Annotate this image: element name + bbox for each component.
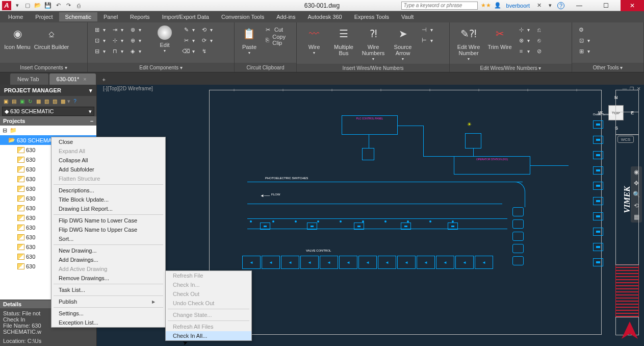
pm-tool7-icon[interactable]: ▨: [51, 97, 58, 105]
pm-new-icon[interactable]: ▣: [2, 97, 9, 105]
copy-clip-button[interactable]: ⎘Copy Clip: [262, 35, 293, 45]
exchange-icon[interactable]: ✕: [535, 2, 543, 10]
grid-tool-3[interactable]: ⊟▾: [91, 46, 108, 56]
qat-dropdown-icon[interactable]: ▾: [13, 2, 21, 10]
pm-tool8-icon[interactable]: ▩: [59, 97, 66, 105]
pm-open-icon[interactable]: ▤: [10, 97, 17, 105]
other-2[interactable]: ⊡▾: [575, 35, 592, 45]
tab-import-export[interactable]: Import/Export Data: [156, 12, 215, 21]
wire-numbers-button[interactable]: ⁈Wire Numbers▼: [359, 24, 388, 62]
other-1[interactable]: ⚙: [575, 24, 592, 35]
tab-close-icon[interactable]: ×: [83, 76, 86, 82]
tab-vault[interactable]: Vault: [395, 12, 420, 21]
ew-small-5[interactable]: ⎋: [533, 35, 545, 45]
misc-tool-1[interactable]: ⊗▾: [126, 24, 143, 35]
align-tool-3[interactable]: ⊓▾: [109, 46, 125, 56]
context-menu-item[interactable]: Publish▶: [51, 297, 165, 306]
open-icon[interactable]: 📂: [34, 2, 42, 10]
other-3[interactable]: ⊞▾: [575, 46, 592, 56]
app-logo[interactable]: A: [2, 1, 11, 10]
user-name[interactable]: bverboort: [504, 3, 532, 9]
panel-label-edit-wires[interactable]: Edit Wires/Wire Numbers ▾: [450, 64, 572, 72]
tab-home[interactable]: Home: [2, 12, 29, 21]
trim-wire-button[interactable]: ✂Trim Wire: [485, 24, 514, 51]
context-menu-item[interactable]: Flip DWG Name to Upper Case: [51, 225, 165, 234]
wire-button[interactable]: 〰Wire▼: [300, 24, 328, 56]
tab-panel[interactable]: Panel: [97, 12, 124, 21]
misc-tool-3[interactable]: ◈▾: [126, 46, 143, 56]
context-menu-item[interactable]: New Drawing...: [51, 246, 165, 255]
context-menu-item[interactable]: Close: [51, 137, 165, 146]
align-tool-1[interactable]: ⇥▾: [109, 24, 125, 35]
context-menu-item[interactable]: Collapse All: [51, 156, 165, 165]
context-menu-item[interactable]: Sort...: [51, 234, 165, 243]
ew-small-2[interactable]: ⊗▾: [515, 35, 532, 45]
undo-icon[interactable]: ↶: [54, 2, 62, 10]
context-menu-item[interactable]: Drawing List Report...: [51, 204, 165, 213]
doc-tab-new[interactable]: New Tab: [10, 73, 48, 85]
new-tab-button[interactable]: +: [99, 75, 109, 85]
context-menu-item[interactable]: Task List...: [51, 285, 165, 294]
ew-small-6[interactable]: ⊘: [533, 46, 545, 56]
misc-tool-2[interactable]: ⊕▾: [126, 35, 143, 45]
pm-save-icon[interactable]: ▣: [18, 97, 25, 105]
grid-tool-1[interactable]: ⊞▾: [91, 24, 108, 35]
context-menu-item[interactable]: Add Drawings...: [51, 255, 165, 264]
close-button[interactable]: ✕: [621, 0, 644, 11]
context-menu-item[interactable]: Exception List...: [51, 318, 165, 327]
viewport-info[interactable]: [-][Top][2D Wireframe]: [103, 86, 153, 91]
keyword-search-input[interactable]: [401, 2, 478, 10]
edit-small-4[interactable]: ⟲▾: [198, 24, 215, 35]
edit-small-6[interactable]: ↯: [198, 46, 215, 56]
align-tool-2[interactable]: ⊹▾: [109, 35, 125, 45]
help-icon[interactable]: ?: [557, 2, 564, 9]
edit-button[interactable]: Edit▼: [150, 24, 179, 54]
pm-dropdown-icon[interactable]: ▾: [89, 87, 92, 94]
pm-projects-header[interactable]: Projects–: [0, 116, 96, 126]
context-menu-item[interactable]: Title Block Update...: [51, 195, 165, 204]
context-menu-item[interactable]: Flip DWG Name to Lower Case: [51, 216, 165, 225]
context-menu-item[interactable]: Settings...: [51, 309, 165, 318]
tab-autodesk360[interactable]: Autodesk 360: [301, 12, 348, 21]
submenu-item[interactable]: Check In All...: [166, 331, 251, 340]
pm-project-combo[interactable]: ◆ 630 SCHEMATIC▾: [2, 107, 94, 116]
ew-small-3[interactable]: ≡▾: [515, 46, 532, 56]
paste-button[interactable]: 📋Paste▼: [238, 24, 261, 56]
panel-label-insert-components[interactable]: Insert Components ▾: [0, 63, 87, 72]
panel-label-edit-components[interactable]: Edit Components ▾: [88, 63, 234, 72]
edit-small-2[interactable]: ✂▾: [180, 35, 197, 45]
edit-wire-number-button[interactable]: ✎⁈Edit Wire Number▼: [453, 24, 484, 62]
context-menu-item[interactable]: Descriptions...: [51, 186, 165, 195]
circuit-builder-button[interactable]: ⎐Circuit Builder: [33, 24, 70, 51]
grid-tool-2[interactable]: ⊡▾: [91, 35, 108, 45]
edit-small-5[interactable]: ⟳▾: [198, 35, 215, 45]
new-icon[interactable]: ▢: [23, 2, 32, 10]
wire-small-1[interactable]: ⊣▾: [418, 24, 435, 35]
ew-small-4[interactable]: ⎌: [533, 24, 545, 35]
print-icon[interactable]: ⎙: [74, 2, 83, 10]
ew-small-1[interactable]: ⊹▾: [515, 24, 532, 35]
cut-button[interactable]: ✂Cut: [262, 24, 293, 35]
context-menu-item[interactable]: Add Subfolder: [51, 165, 165, 174]
edit-small-3[interactable]: ⌫▾: [180, 46, 197, 56]
context-menu-item[interactable]: Remove Drawings...: [51, 274, 165, 283]
help-dropdown-icon[interactable]: ▾: [546, 2, 554, 10]
maximize-button[interactable]: ☐: [594, 0, 617, 11]
minimize-button[interactable]: —: [568, 0, 591, 11]
tab-project[interactable]: Project: [29, 12, 59, 21]
pm-tool5-icon[interactable]: ▦: [35, 97, 42, 105]
tab-schematic[interactable]: Schematic: [59, 12, 97, 21]
redo-icon[interactable]: ↷: [64, 2, 72, 10]
icon-menu-button[interactable]: ◉Icon Menu: [3, 24, 32, 51]
doc-tab-active[interactable]: 630-001*×: [49, 73, 96, 85]
pm-help-icon[interactable]: ?: [71, 97, 79, 105]
tab-addins[interactable]: Add-ins: [270, 12, 301, 21]
pm-tool6-icon[interactable]: ▧: [43, 97, 50, 105]
multiple-bus-button[interactable]: ☰Multiple Bus: [329, 24, 358, 57]
tab-reports[interactable]: Reports: [124, 12, 156, 21]
panel-label-other[interactable]: Other Tools ▾: [572, 63, 643, 72]
pm-refresh-icon[interactable]: ↻: [27, 97, 34, 105]
user-icon[interactable]: 👤: [494, 2, 501, 9]
favorite-icon[interactable]: ★★: [481, 2, 491, 9]
edit-small-1[interactable]: ✎▾: [180, 24, 197, 35]
